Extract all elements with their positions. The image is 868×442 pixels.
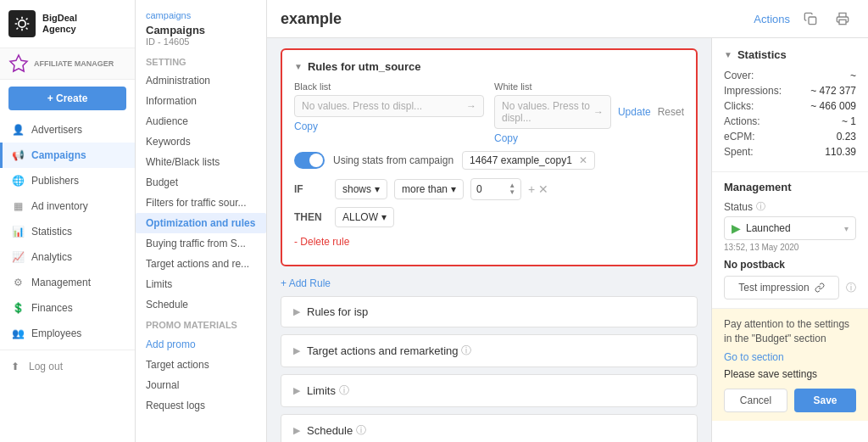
reset-button[interactable]: Reset bbox=[658, 106, 684, 118]
test-info-icon[interactable]: ⓘ bbox=[846, 281, 856, 295]
svg-marker-1 bbox=[10, 55, 27, 71]
rules-isp-section[interactable]: ▶ Rules for isp bbox=[281, 296, 698, 327]
actions-label: Actions: bbox=[724, 115, 760, 127]
limits-info-icon[interactable]: ⓘ bbox=[339, 383, 349, 398]
stats-close-icon[interactable]: ✕ bbox=[579, 154, 587, 166]
sub-nav-schedule[interactable]: Schedule bbox=[136, 294, 266, 315]
allow-select[interactable]: ALLOW ▾ bbox=[335, 207, 394, 227]
statistics-toggle-icon[interactable]: ▼ bbox=[724, 50, 732, 59]
sub-nav-whiteblack[interactable]: White/Black lists bbox=[136, 152, 266, 172]
limits-section[interactable]: ▶ Limits ⓘ bbox=[281, 374, 698, 407]
user-icon: 👤 bbox=[11, 123, 25, 137]
stats-toggle[interactable] bbox=[294, 152, 325, 169]
isp-chevron-icon: ▶ bbox=[293, 306, 300, 317]
sidebar-item-finances[interactable]: 💲 Finances bbox=[0, 295, 135, 321]
sub-sidebar: campaigns Campaigns ID - 14605 Setting A… bbox=[136, 0, 267, 442]
sub-nav-optimization[interactable]: Optimization and rules bbox=[136, 213, 266, 233]
sub-nav-keywords[interactable]: Keywords bbox=[136, 131, 266, 152]
promo-group: Promo materials bbox=[136, 315, 266, 334]
sidebar-item-campaigns[interactable]: 📢 Campaigns bbox=[0, 143, 135, 168]
create-button[interactable]: + Create bbox=[8, 87, 126, 110]
promo-group-title: Promo materials bbox=[146, 320, 256, 330]
delete-rule-link[interactable]: - Delete rule bbox=[294, 236, 684, 248]
target-remarketing-section[interactable]: ▶ Target actions and remarketing ⓘ bbox=[281, 334, 698, 367]
sub-nav-target-actions-re[interactable]: Target actions and re... bbox=[136, 254, 266, 274]
spinner-down-icon[interactable]: ▼ bbox=[509, 189, 515, 196]
sidebar-item-analytics[interactable]: 📈 Analytics bbox=[0, 244, 135, 270]
update-button[interactable]: Update bbox=[618, 106, 651, 118]
remove-condition-icon[interactable]: ✕ bbox=[538, 182, 548, 196]
sidebar-item-employees[interactable]: 👥 Employees bbox=[0, 321, 135, 346]
stat-impressions: Impressions: ~ 472 377 bbox=[724, 85, 856, 97]
sidebar-item-label: Management bbox=[31, 277, 91, 288]
impressions-value: ~ 472 377 bbox=[810, 85, 856, 97]
white-list-actions: Copy bbox=[494, 132, 684, 144]
more-than-chevron-icon: ▾ bbox=[451, 183, 456, 195]
stat-clicks: Clicks: ~ 466 009 bbox=[724, 100, 856, 112]
sub-nav-limits[interactable]: Limits bbox=[136, 274, 266, 294]
toggle-row: Using stats from campaign 14647 example_… bbox=[294, 151, 684, 170]
cancel-button[interactable]: Cancel bbox=[724, 389, 787, 412]
schedule-title: Schedule bbox=[307, 424, 353, 437]
isp-title: Rules for isp bbox=[307, 305, 368, 318]
shows-select[interactable]: shows ▾ bbox=[335, 179, 387, 199]
status-select[interactable]: ▶ Launched ▾ bbox=[724, 216, 856, 240]
target-info-icon[interactable]: ⓘ bbox=[461, 344, 471, 358]
add-rule-container: + Add Rule bbox=[281, 277, 698, 289]
sub-nav-administration[interactable]: Administration bbox=[136, 70, 266, 91]
globe-icon: 🌐 bbox=[11, 174, 25, 187]
sub-nav-information[interactable]: Information bbox=[136, 91, 266, 111]
sub-nav-target-actions[interactable]: Target actions bbox=[136, 355, 266, 375]
number-input[interactable]: 0 ▲ ▼ bbox=[470, 178, 521, 200]
sub-nav-journal[interactable]: Journal bbox=[136, 375, 266, 395]
actions-link[interactable]: Actions bbox=[754, 13, 790, 25]
stats-campaign-select[interactable]: 14647 example_copy1 ✕ bbox=[462, 151, 595, 170]
white-list-input[interactable]: No values. Press to displ... → bbox=[494, 95, 611, 129]
black-list-copy[interactable]: Copy bbox=[294, 120, 318, 132]
print-icon-btn[interactable] bbox=[831, 7, 854, 31]
stats-campaign-value: 14647 example_copy1 bbox=[470, 154, 572, 166]
affiliate-label: AFFILIATE MANAGER bbox=[34, 59, 114, 68]
schedule-section[interactable]: ▶ Schedule ⓘ bbox=[281, 414, 698, 442]
sidebar-item-publishers[interactable]: 🌐 Publishers bbox=[0, 168, 135, 193]
white-list-label: White list bbox=[494, 81, 684, 92]
go-to-section-link[interactable]: Go to section bbox=[724, 351, 856, 363]
sub-nav-filters[interactable]: Filters for traffic sour... bbox=[136, 193, 266, 213]
status-label: Status ⓘ bbox=[724, 200, 856, 213]
status-play-icon: ▶ bbox=[732, 221, 741, 235]
campaign-name: Campaigns bbox=[146, 24, 256, 36]
black-list-input[interactable]: No values. Press to displ... → bbox=[294, 95, 484, 117]
sidebar-item-advertisers[interactable]: 👤 Advertisers bbox=[0, 117, 135, 143]
add-condition-icon[interactable]: + bbox=[528, 182, 535, 196]
warning-section: Pay attention to the settings in the "Bu… bbox=[712, 309, 868, 421]
copy-icon-btn[interactable] bbox=[798, 7, 822, 31]
sub-nav-add-promo[interactable]: Add promo bbox=[136, 334, 266, 355]
save-button[interactable]: Save bbox=[794, 389, 856, 412]
rules-toggle-icon[interactable]: ▼ bbox=[294, 62, 303, 71]
shows-chevron-icon: ▾ bbox=[375, 183, 380, 195]
status-time: 13:52, 13 May 2020 bbox=[724, 243, 856, 252]
sidebar-item-label: Advertisers bbox=[31, 124, 82, 136]
schedule-info-icon[interactable]: ⓘ bbox=[356, 423, 366, 438]
status-info-icon[interactable]: ⓘ bbox=[756, 200, 765, 213]
breadcrumb[interactable]: campaigns bbox=[146, 7, 256, 24]
analytics-icon: 📈 bbox=[11, 250, 25, 264]
sub-nav-buying[interactable]: Buying traffic from S... bbox=[136, 233, 266, 254]
sidebar-item-ad-inventory[interactable]: ▦ Ad inventory bbox=[0, 193, 135, 219]
black-list-arrow-icon: → bbox=[466, 100, 476, 112]
test-impression-button[interactable]: Test impression bbox=[724, 276, 839, 299]
chart-icon: 📊 bbox=[11, 225, 25, 238]
sub-nav-audience[interactable]: Audience bbox=[136, 111, 266, 131]
add-rule-link[interactable]: + Add Rule bbox=[281, 277, 331, 289]
sidebar-item-statistics[interactable]: 📊 Statistics bbox=[0, 219, 135, 244]
sub-nav-budget[interactable]: Budget bbox=[136, 172, 266, 193]
sidebar-item-label: Finances bbox=[31, 302, 73, 314]
white-list-copy[interactable]: Copy bbox=[494, 132, 518, 144]
logout-label: Log out bbox=[29, 361, 63, 372]
more-than-select[interactable]: more than ▾ bbox=[394, 179, 464, 199]
logout-item[interactable]: ⬆ Log out bbox=[0, 354, 135, 379]
sidebar-item-management[interactable]: ⚙ Management bbox=[0, 270, 135, 295]
sub-nav-request-logs[interactable]: Request logs bbox=[136, 395, 266, 416]
ecpm-label: eCPM: bbox=[724, 131, 755, 143]
white-list-col: White list No values. Press to displ... … bbox=[494, 81, 684, 144]
